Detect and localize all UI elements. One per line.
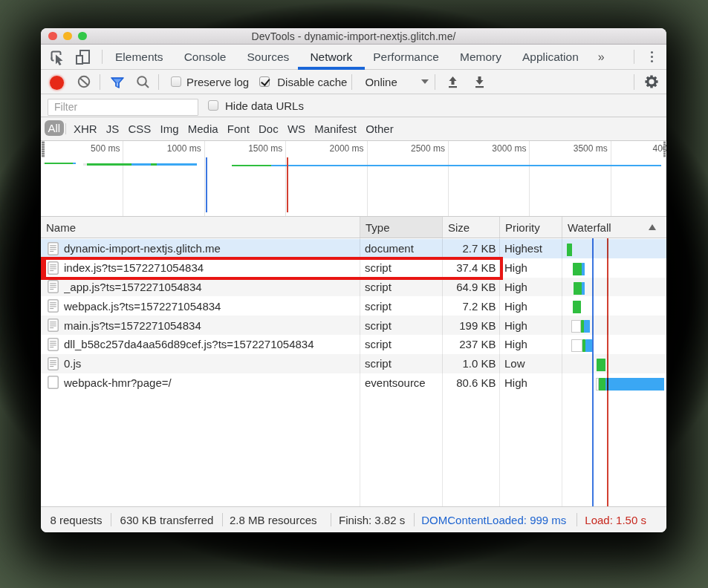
waterfall-bar-blue bbox=[584, 320, 591, 333]
type-pill-other[interactable]: Other bbox=[366, 122, 394, 135]
request-type: script bbox=[360, 278, 442, 297]
tab-memory[interactable]: Memory bbox=[449, 45, 512, 69]
import-har-button[interactable] bbox=[443, 75, 464, 89]
request-size: 199 KB bbox=[442, 316, 499, 335]
type-pill-media[interactable]: Media bbox=[188, 122, 218, 135]
document-icon bbox=[48, 318, 59, 332]
type-pill-img[interactable]: Img bbox=[160, 122, 179, 135]
request-name: 0.js bbox=[64, 357, 81, 370]
tab-performance[interactable]: Performance bbox=[363, 45, 449, 69]
column-header-size[interactable]: Size bbox=[442, 217, 499, 238]
devtools-menu-button[interactable] bbox=[637, 45, 666, 69]
tabbar-separator-right bbox=[634, 50, 634, 64]
request-name: webpack.js?ts=1572271054834 bbox=[64, 300, 221, 313]
waterfall-bar-green bbox=[574, 282, 582, 295]
column-header-priority[interactable]: Priority bbox=[499, 217, 562, 238]
more-tabs-button[interactable]: » bbox=[589, 45, 614, 69]
disable-cache-label[interactable]: Disable cache bbox=[277, 76, 347, 88]
network-settings-button[interactable] bbox=[639, 74, 664, 89]
domcontentloaded-time: DOMContentLoaded: 999 ms bbox=[415, 514, 577, 526]
request-priority: High bbox=[499, 373, 562, 393]
overview-request-bar bbox=[131, 163, 151, 166]
devtools-window: DevTools - dynamic-import-nextjs.glitch.… bbox=[41, 28, 666, 532]
request-row-5[interactable]: dll_b58c257da4aa56d89cef.js?ts=157227105… bbox=[41, 335, 666, 354]
requests-table-body: dynamic-import-nextjs.glitch.medocument2… bbox=[41, 238, 666, 506]
type-pill-ws[interactable]: WS bbox=[288, 122, 305, 135]
overview-gripper-left[interactable] bbox=[42, 141, 45, 157]
search-button[interactable] bbox=[132, 75, 155, 89]
throttling-select[interactable]: Online bbox=[365, 76, 397, 88]
request-row-6[interactable]: 0.jsscript1.0 KBLow bbox=[41, 354, 666, 373]
filter-toggle-button[interactable] bbox=[106, 75, 129, 88]
waterfall-bar-blue bbox=[582, 282, 585, 295]
search-icon bbox=[136, 75, 150, 89]
overview-gridline bbox=[611, 141, 611, 216]
annotation-highlight-box bbox=[41, 257, 503, 280]
document-icon bbox=[48, 357, 59, 370]
hide-data-urls-checkbox[interactable] bbox=[208, 100, 218, 111]
finish-time: Finish: 3.82 s bbox=[331, 514, 414, 526]
minimize-button[interactable] bbox=[63, 32, 72, 41]
network-toolbar: Preserve log Disable cache Online bbox=[41, 70, 666, 94]
request-row-7[interactable]: webpack-hmr?page=/eventsource80.6 KBHigh bbox=[41, 373, 666, 393]
waterfall-bar-green bbox=[597, 359, 605, 371]
overview-dcl-line bbox=[206, 157, 207, 212]
document-icon bbox=[48, 280, 59, 293]
inspect-element-button[interactable] bbox=[46, 45, 68, 69]
tabbar-separator bbox=[102, 50, 103, 64]
devtools-tabbar: Elements Console Sources Network Perform… bbox=[41, 45, 666, 70]
record-button[interactable] bbox=[46, 75, 68, 89]
type-pill-js[interactable]: JS bbox=[106, 122, 120, 135]
table-header: Name Type Size Priority Waterfall bbox=[41, 217, 666, 238]
request-row-2[interactable]: _app.js?ts=1572271054834script64.9 KBHig… bbox=[41, 278, 666, 297]
tab-elements[interactable]: Elements bbox=[105, 45, 174, 69]
titlebar[interactable]: DevTools - dynamic-import-nextjs.glitch.… bbox=[41, 28, 666, 45]
overview-request-bar bbox=[73, 163, 77, 165]
clear-button[interactable] bbox=[73, 75, 95, 88]
waterfall-bar-green bbox=[567, 244, 573, 256]
request-type: script bbox=[360, 316, 442, 335]
overview-gripper-right[interactable] bbox=[663, 141, 666, 157]
sort-ascending-icon bbox=[649, 224, 656, 230]
disable-cache-checkbox[interactable] bbox=[259, 76, 270, 87]
preserve-log-label[interactable]: Preserve log bbox=[186, 76, 249, 88]
filter-row: Hide data URLs bbox=[41, 94, 666, 117]
type-pill-font[interactable]: Font bbox=[227, 122, 250, 135]
tab-network[interactable]: Network bbox=[299, 45, 363, 69]
type-pill-doc[interactable]: Doc bbox=[259, 122, 279, 135]
document-icon bbox=[48, 338, 59, 351]
hide-data-urls-label[interactable]: Hide data URLs bbox=[225, 99, 304, 112]
record-icon bbox=[50, 76, 64, 90]
filter-input[interactable] bbox=[48, 99, 198, 116]
request-priority: Highest bbox=[499, 239, 562, 258]
tab-console[interactable]: Console bbox=[174, 45, 237, 69]
type-pill-all[interactable]: All bbox=[45, 120, 64, 136]
column-header-name[interactable]: Name bbox=[41, 217, 360, 238]
column-header-type[interactable]: Type bbox=[360, 217, 442, 238]
tab-application[interactable]: Application bbox=[512, 45, 589, 69]
column-header-waterfall[interactable]: Waterfall bbox=[562, 217, 666, 238]
request-row-4[interactable]: main.js?ts=1572271054834script199 KBHigh bbox=[41, 316, 666, 335]
type-pill-xhr[interactable]: XHR bbox=[74, 122, 97, 135]
type-pill-css[interactable]: CSS bbox=[129, 122, 152, 135]
request-row-3[interactable]: webpack.js?ts=1572271054834script7.2 KBH… bbox=[41, 296, 666, 316]
export-har-button[interactable] bbox=[470, 75, 490, 89]
throttling-dropdown-arrow[interactable] bbox=[421, 79, 429, 84]
inspect-cursor-icon bbox=[49, 49, 65, 65]
request-row-0[interactable]: dynamic-import-nextjs.glitch.medocument2… bbox=[41, 239, 666, 258]
request-priority: High bbox=[499, 258, 562, 278]
request-size: 7.2 KB bbox=[442, 296, 499, 316]
device-toolbar-button[interactable] bbox=[71, 45, 94, 69]
preserve-log-checkbox[interactable] bbox=[171, 76, 181, 87]
close-button[interactable] bbox=[48, 32, 57, 41]
transferred-size: 630 KB transferred bbox=[111, 514, 222, 526]
waterfall-bar-blue bbox=[585, 339, 592, 352]
type-pill-manifest[interactable]: Manifest bbox=[314, 122, 357, 135]
tab-sources[interactable]: Sources bbox=[237, 45, 300, 69]
request-type: script bbox=[360, 296, 442, 316]
network-overview[interactable]: 500 ms1000 ms1500 ms2000 ms2500 ms3000 m… bbox=[41, 141, 666, 217]
request-size: 80.6 KB bbox=[442, 373, 499, 393]
waterfall-bar-green bbox=[573, 263, 582, 275]
waterfall-bar-green bbox=[573, 301, 581, 313]
zoom-button[interactable] bbox=[78, 32, 87, 41]
